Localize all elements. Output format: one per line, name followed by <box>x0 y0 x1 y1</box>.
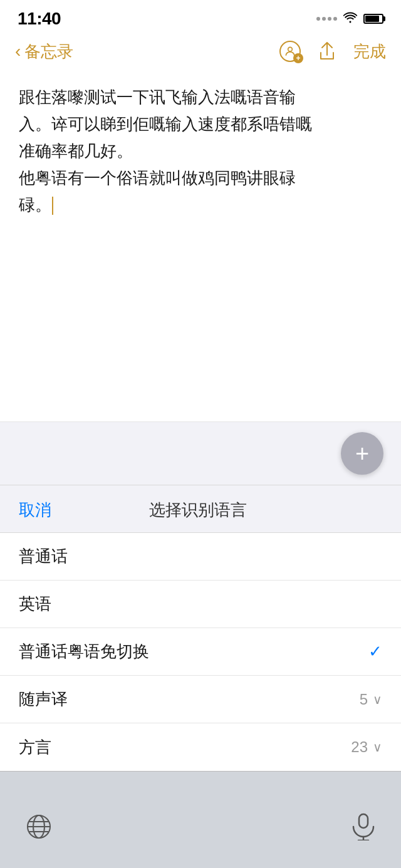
share-button[interactable] <box>318 41 336 61</box>
back-chevron-icon: ‹ <box>15 41 21 61</box>
language-label: 随声译 <box>19 688 68 710</box>
checkmark-icon: ✓ <box>368 642 382 661</box>
globe-button[interactable] <box>25 813 53 843</box>
language-option-cantonese[interactable]: 普通话粤语免切换 ✓ <box>0 628 401 676</box>
sheet-list: 普通话 英语 普通话粤语免切换 ✓ 随声译 5 ∨ 方言 23 <box>0 533 401 771</box>
language-label: 普通话粤语免切换 <box>19 641 149 663</box>
sheet-header: 取消 选择识别语言 <box>0 485 401 533</box>
person-icon: + <box>279 41 301 62</box>
keyboard-area <box>0 771 401 868</box>
add-button[interactable]: + <box>341 432 383 475</box>
notes-text: 跟住落嚟测试一下讯飞输入法嘅语音输 入。谇可以睇到佢嘅输入速度都系唔错嘅 准确率… <box>19 84 382 218</box>
language-option-dialect[interactable]: 方言 23 ∨ <box>0 723 401 771</box>
language-option-putonghua[interactable]: 普通话 <box>0 533 401 581</box>
plus-icon: + <box>355 442 369 465</box>
text-cursor <box>52 197 53 215</box>
item-right: ✓ <box>368 642 382 661</box>
nav-right-icons: + 完成 <box>279 41 386 63</box>
notes-content-area[interactable]: 跟住落嚟测试一下讯飞输入法嘅语音输 入。谇可以睇到佢嘅输入速度都系唔错嘅 准确率… <box>0 71 401 422</box>
language-option-english[interactable]: 英语 <box>0 581 401 628</box>
language-option-suishengyi[interactable]: 随声译 5 ∨ <box>0 676 401 723</box>
svg-point-0 <box>288 47 293 51</box>
fab-container: + <box>0 422 401 485</box>
sheet-title: 选择识别语言 <box>149 499 247 521</box>
status-bar: 11:40 <box>0 0 401 34</box>
wifi-icon <box>343 12 357 26</box>
battery-icon <box>363 14 383 24</box>
done-button[interactable]: 完成 <box>353 41 386 63</box>
item-right: 23 ∨ <box>351 738 382 756</box>
language-label: 普通话 <box>19 545 68 567</box>
chevron-down-icon: ∨ <box>373 692 382 707</box>
plus-badge: + <box>293 53 303 63</box>
add-person-button[interactable]: + <box>279 41 301 62</box>
signal-icon <box>316 17 337 21</box>
svg-rect-4 <box>359 814 368 828</box>
count-label: 23 <box>351 738 368 756</box>
status-icons <box>316 12 383 26</box>
status-time: 11:40 <box>18 9 61 29</box>
back-button[interactable]: ‹ 备忘录 <box>15 41 73 63</box>
cancel-button[interactable]: 取消 <box>19 499 51 521</box>
language-label: 方言 <box>19 736 51 758</box>
chevron-down-icon: ∨ <box>373 740 382 755</box>
microphone-button[interactable] <box>351 813 376 843</box>
count-label: 5 <box>360 691 368 708</box>
nav-bar: ‹ 备忘录 + 完成 <box>0 34 401 71</box>
bottom-sheet: 取消 选择识别语言 普通话 英语 普通话粤语免切换 ✓ 随声译 5 ∨ <box>0 485 401 771</box>
item-right: 5 ∨ <box>360 691 382 708</box>
language-label: 英语 <box>19 593 51 615</box>
back-label: 备忘录 <box>24 41 73 63</box>
